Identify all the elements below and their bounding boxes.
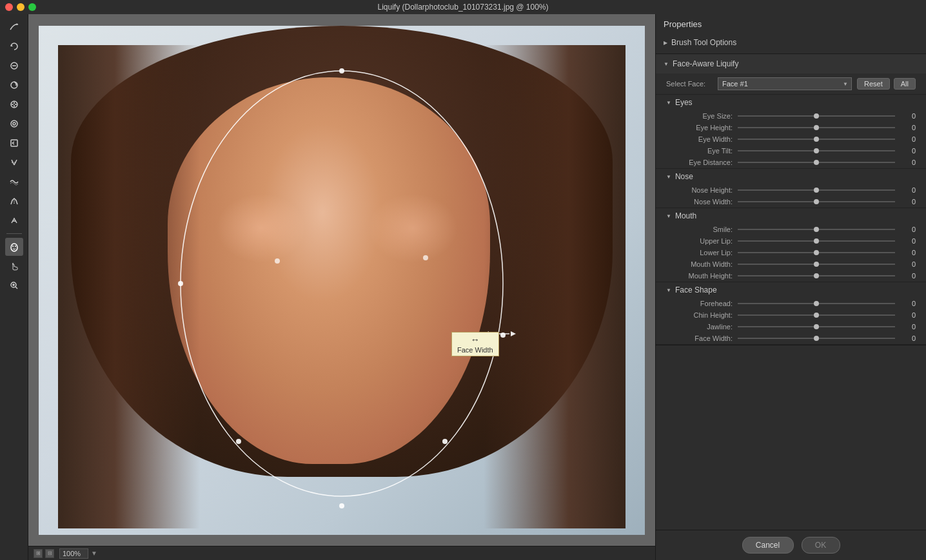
maximize-button[interactable] xyxy=(28,3,36,11)
brush-tool-options-toggle[interactable]: ▶ Brush Tool Options xyxy=(664,37,918,48)
nose-section: ▼ Nose Nose Height: 0 Nose Width: xyxy=(656,169,926,208)
zoom-value[interactable]: 100% xyxy=(59,548,88,559)
chin-height-value: 0 xyxy=(900,311,916,319)
all-button[interactable]: All xyxy=(894,78,916,90)
eyes-expand-icon: ▼ xyxy=(666,100,671,106)
forehead-thumb[interactable] xyxy=(814,301,819,306)
upper-lip-thumb[interactable] xyxy=(814,238,819,244)
close-button[interactable] xyxy=(5,3,13,11)
svg-point-9 xyxy=(13,122,15,125)
nose-header[interactable]: ▼ Nose xyxy=(656,169,926,184)
mouth-header[interactable]: ▼ Mouth xyxy=(656,208,926,224)
nose-height-thumb[interactable] xyxy=(814,188,819,193)
forehead-row: Forehead: 0 xyxy=(656,298,926,309)
mouth-height-value: 0 xyxy=(900,272,916,280)
eyes-label: Eyes xyxy=(675,98,693,107)
mouth-section: ▼ Mouth Smile: 0 Upper Lip: xyxy=(656,208,926,282)
nose-height-slider[interactable] xyxy=(738,189,895,191)
eye-distance-slider[interactable] xyxy=(738,162,895,163)
face-width-row: Face Width: 0 xyxy=(656,333,926,344)
jawline-slider[interactable] xyxy=(738,326,895,327)
turbulence-tool[interactable] xyxy=(5,173,23,191)
eyes-header[interactable]: ▼ Eyes xyxy=(656,95,926,110)
push-left-tool[interactable] xyxy=(5,134,23,152)
bloat-tool[interactable] xyxy=(5,115,23,133)
reconstruct-tool[interactable] xyxy=(5,37,23,55)
eyes-section: ▼ Eyes Eye Size: 0 Eye Height: xyxy=(656,95,926,169)
smooth-tool[interactable] xyxy=(5,57,23,75)
chin-height-row: Chin Height: 0 xyxy=(656,309,926,321)
face-width-value: 0 xyxy=(900,334,916,342)
forward-warp-tool[interactable] xyxy=(5,18,23,36)
face-shape-header[interactable]: ▼ Face Shape xyxy=(656,282,926,298)
eye-distance-row: Eye Distance: 0 xyxy=(656,157,926,168)
eye-tilt-row: Eye Tilt: 0 xyxy=(656,145,926,157)
face-width-slider[interactable] xyxy=(738,338,895,339)
eye-tilt-thumb[interactable] xyxy=(814,148,819,153)
select-face-row: Select Face: Face #1 Reset All xyxy=(656,73,926,95)
svg-line-21 xyxy=(15,287,17,289)
smile-thumb[interactable] xyxy=(814,227,819,232)
twirl-clockwise-tool[interactable] xyxy=(5,76,23,94)
eye-width-thumb[interactable] xyxy=(814,137,819,142)
hand-tool[interactable] xyxy=(5,257,23,275)
brush-tool-arrow-icon: ▶ xyxy=(664,40,667,46)
status-icons: ⊞ ⊟ xyxy=(34,549,54,558)
properties-title: Properties xyxy=(656,14,926,32)
minimize-button[interactable] xyxy=(17,3,25,11)
eye-size-slider[interactable] xyxy=(738,115,895,117)
face-tool[interactable] xyxy=(5,238,23,256)
lower-lip-slider[interactable] xyxy=(738,252,895,253)
thaw-mask-tool[interactable] xyxy=(5,211,23,229)
smile-value: 0 xyxy=(900,226,916,233)
eye-height-slider[interactable] xyxy=(738,127,895,128)
eye-width-value: 0 xyxy=(900,135,916,143)
upper-lip-slider[interactable] xyxy=(738,240,895,242)
nose-height-value: 0 xyxy=(900,186,916,194)
cancel-button[interactable]: Cancel xyxy=(742,537,794,554)
eye-distance-thumb[interactable] xyxy=(814,160,819,165)
freeze-mask-tool[interactable] xyxy=(5,192,23,210)
nose-width-slider[interactable] xyxy=(738,201,895,202)
lower-lip-thumb[interactable] xyxy=(814,250,819,255)
canvas-viewport[interactable]: Face Width ⊞ ⊟ 100% ▼ xyxy=(28,14,655,560)
jawline-row: Jawline: 0 xyxy=(656,321,926,333)
mouth-height-slider[interactable] xyxy=(738,275,895,276)
mouth-width-slider[interactable] xyxy=(738,264,895,265)
nose-height-label: Nose Height: xyxy=(671,186,733,194)
zoom-dropdown-arrow[interactable]: ▼ xyxy=(91,550,97,557)
mouth-height-thumb[interactable] xyxy=(814,273,819,278)
select-face-dropdown[interactable]: Face #1 xyxy=(718,77,852,90)
face-width-label: Face Width: xyxy=(671,334,733,342)
eye-height-thumb[interactable] xyxy=(814,125,819,130)
jawline-thumb[interactable] xyxy=(814,324,819,329)
eye-width-slider[interactable] xyxy=(738,139,895,140)
mirror-tool[interactable] xyxy=(5,153,23,171)
chin-height-slider[interactable] xyxy=(738,314,895,316)
reset-button[interactable]: Reset xyxy=(857,78,890,90)
eye-distance-value: 0 xyxy=(900,159,916,166)
face-action-buttons: Reset All xyxy=(857,78,916,90)
zoom-control[interactable]: 100% ▼ xyxy=(59,548,97,559)
eye-size-thumb[interactable] xyxy=(814,113,819,119)
jawline-label: Jawline: xyxy=(671,323,733,331)
chin-height-thumb[interactable] xyxy=(814,313,819,318)
eye-size-row: Eye Size: 0 xyxy=(656,110,926,122)
face-width-thumb[interactable] xyxy=(814,336,819,341)
ok-button[interactable]: OK xyxy=(802,537,840,554)
zoom-tool[interactable] xyxy=(5,276,23,294)
frame-icon: ⊞ xyxy=(34,549,43,558)
nose-width-thumb[interactable] xyxy=(814,199,819,204)
status-bar: ⊞ ⊟ 100% ▼ xyxy=(28,546,655,560)
face-aware-liquify-header[interactable]: ▼ Face-Aware Liquify xyxy=(656,54,926,73)
forehead-slider[interactable] xyxy=(738,303,895,304)
lower-lip-value: 0 xyxy=(900,249,916,256)
mouth-width-thumb[interactable] xyxy=(814,262,819,267)
smile-slider[interactable] xyxy=(738,229,895,230)
mouth-expand-icon: ▼ xyxy=(666,213,671,219)
face-shape-expand-icon: ▼ xyxy=(666,287,671,293)
select-face-dropdown-wrapper[interactable]: Face #1 xyxy=(718,77,852,90)
svg-point-8 xyxy=(11,121,17,127)
eye-tilt-slider[interactable] xyxy=(738,150,895,151)
pucker-tool[interactable] xyxy=(5,95,23,113)
